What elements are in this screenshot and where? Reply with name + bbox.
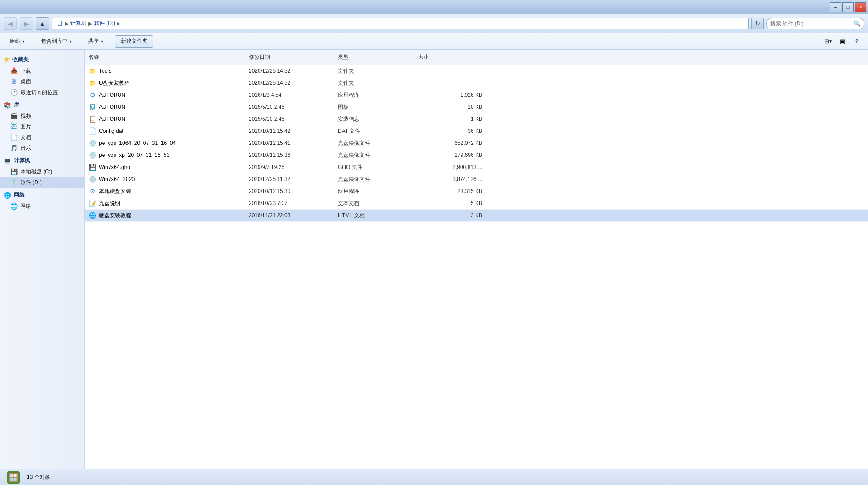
file-size: 36 KB xyxy=(415,127,486,135)
organize-arrow: ▾ xyxy=(22,39,25,44)
file-name: AUTORUN xyxy=(99,104,125,110)
organize-button[interactable]: 组织 ▾ xyxy=(5,35,29,48)
network-section: 🌐 网络 🌐 网络 xyxy=(0,189,84,211)
address-bar: ◀ ▶ ▲ 🖥 ▶ 计算机 ▶ 软件 (D:) ▶ ↻ 🔍 xyxy=(0,14,868,33)
file-date: 2016/1/8 4:54 xyxy=(245,91,334,99)
desktop-icon: 🖥 xyxy=(10,78,18,86)
table-row[interactable]: 📝 光盘说明 2016/10/23 7:07 文本文档 5 KB xyxy=(85,197,868,210)
window-controls: ─ □ ✕ xyxy=(830,2,866,12)
file-icon: 💾 xyxy=(88,163,96,171)
video-icon: 🎬 xyxy=(10,112,18,120)
drive-d-icon: 💿 xyxy=(10,178,18,186)
sidebar-item-recent[interactable]: 🕐 最近访问的位置 xyxy=(0,87,84,98)
file-type: HTML 文档 xyxy=(334,211,415,220)
table-row[interactable]: 📁 U盘安装教程 2020/12/25 14:52 文件夹 xyxy=(85,77,868,89)
refresh-button[interactable]: ↻ xyxy=(751,18,764,29)
sidebar-item-desktop[interactable]: 🖥 桌面 xyxy=(0,76,84,87)
file-size xyxy=(415,70,486,72)
table-row[interactable]: ⚙ AUTORUN 2016/1/8 4:54 应用程序 1,926 KB xyxy=(85,89,868,101)
sidebar-item-download[interactable]: 📥 下载 xyxy=(0,66,84,76)
library-header[interactable]: 📚 库 xyxy=(0,99,84,111)
file-name-cell: 📝 光盘说明 xyxy=(85,198,245,208)
share-label: 共享 xyxy=(88,37,99,45)
network-label: 网络 xyxy=(14,191,25,199)
file-date: 2016/11/21 22:03 xyxy=(245,211,334,219)
preview-button[interactable]: ▣ xyxy=(837,36,848,47)
close-button[interactable]: ✕ xyxy=(855,2,866,12)
col-type[interactable]: 类型 xyxy=(334,52,415,63)
table-row[interactable]: 🖼 AUTORUN 2015/5/10 2:45 图标 10 KB xyxy=(85,101,868,113)
computer-header[interactable]: 💻 计算机 xyxy=(0,155,84,166)
forward-button[interactable]: ▶ xyxy=(20,17,33,30)
sidebar-item-drive-c-label: 本地磁盘 (C:) xyxy=(21,168,52,176)
network-header[interactable]: 🌐 网络 xyxy=(0,189,84,201)
file-type: 光盘映像文件 xyxy=(334,151,415,160)
file-type: 安装信息 xyxy=(334,115,415,124)
file-name: Config.dat xyxy=(99,128,123,134)
breadcrumb-drive[interactable]: 软件 (D:) xyxy=(94,20,115,27)
table-row[interactable]: 💾 Win7x64.gho 2019/9/7 19:25 GHO 文件 2,90… xyxy=(85,161,868,173)
table-row[interactable]: 📋 AUTORUN 2015/5/10 2:45 安装信息 1 KB xyxy=(85,113,868,125)
minimize-button[interactable]: ─ xyxy=(830,2,841,12)
sidebar-item-image[interactable]: 🖼 图片 xyxy=(0,121,84,132)
file-size xyxy=(415,82,486,84)
status-count: 13 个对象 xyxy=(27,473,50,481)
search-icon[interactable]: 🔍 xyxy=(853,20,860,27)
back-button[interactable]: ◀ xyxy=(4,17,17,30)
file-type: 文件夹 xyxy=(334,66,415,76)
table-row[interactable]: 💿 pe_yqs_1064_20_07_31_16_04 2020/10/12 … xyxy=(85,137,868,149)
computer-section: 💻 计算机 💾 本地磁盘 (C:) 💿 软件 (D:) xyxy=(0,155,84,188)
share-arrow: ▾ xyxy=(101,39,103,44)
breadcrumb-dropdown-arrow[interactable]: ▶ xyxy=(117,21,120,26)
include-label: 包含到库中 xyxy=(41,37,68,45)
maximize-button[interactable]: □ xyxy=(842,2,854,12)
col-size[interactable]: 大小 xyxy=(415,52,486,63)
view-options-button[interactable]: ⊞▾ xyxy=(823,36,834,47)
file-name: 硬盘安装教程 xyxy=(99,212,131,219)
sidebar-item-image-label: 图片 xyxy=(21,123,31,131)
favorites-header[interactable]: ★ 收藏夹 xyxy=(0,53,84,66)
file-size: 1 KB xyxy=(415,115,486,123)
sidebar-item-network[interactable]: 🌐 网络 xyxy=(0,201,84,211)
file-name: Win7x64.gho xyxy=(99,164,130,170)
file-type: 文本文档 xyxy=(334,199,415,208)
col-name[interactable]: 名称 xyxy=(85,52,245,63)
file-name-cell: 💿 pe_yqs_1064_20_07_31_16_04 xyxy=(85,138,245,148)
share-button[interactable]: 共享 ▾ xyxy=(84,35,107,48)
file-size: 3,874,126 ... xyxy=(415,175,486,183)
sidebar-item-doc[interactable]: 📄 文档 xyxy=(0,132,84,143)
table-row[interactable]: ⚙ 本地硬盘安装 2020/10/12 15:30 应用程序 28,315 KB xyxy=(85,185,868,197)
table-row[interactable]: 📁 Tools 2020/12/25 14:52 文件夹 xyxy=(85,65,868,77)
table-row[interactable]: 💿 Win7x64_2020 2020/12/25 11:32 光盘映像文件 3… xyxy=(85,173,868,185)
status-icon: 🪟 xyxy=(5,470,21,485)
sidebar-item-music[interactable]: 🎵 音乐 xyxy=(0,143,84,153)
table-row[interactable]: 🌐 硬盘安装教程 2016/11/21 22:03 HTML 文档 3 KB xyxy=(85,210,868,222)
search-input[interactable] xyxy=(770,21,852,27)
sidebar-item-drive-c[interactable]: 💾 本地磁盘 (C:) xyxy=(0,166,84,177)
breadcrumb-computer[interactable]: 计算机 xyxy=(70,20,86,27)
up-button[interactable]: ▲ xyxy=(36,17,49,30)
help-button[interactable]: ? xyxy=(851,36,863,47)
toolbar-separator-3 xyxy=(111,36,111,47)
table-row[interactable]: 📄 Config.dat 2020/10/12 15:42 DAT 文件 36 … xyxy=(85,125,868,137)
file-name-cell: 📋 AUTORUN xyxy=(85,114,245,124)
file-name: pe_yqs_xp_20_07_31_15_53 xyxy=(99,152,169,158)
file-date: 2020/12/25 14:52 xyxy=(245,67,334,75)
col-date[interactable]: 修改日期 xyxy=(245,52,334,63)
sidebar-item-video-label: 视频 xyxy=(21,112,31,120)
network-icon: 🌐 xyxy=(10,202,18,210)
table-row[interactable]: 💿 pe_yqs_xp_20_07_31_15_53 2020/10/12 15… xyxy=(85,149,868,161)
file-name: 光盘说明 xyxy=(99,200,120,207)
file-name-cell: ⚙ 本地硬盘安装 xyxy=(85,186,245,196)
new-folder-button[interactable]: 新建文件夹 xyxy=(115,35,153,48)
sidebar-item-drive-d[interactable]: 💿 软件 (D:) xyxy=(0,177,84,188)
file-size: 10 KB xyxy=(415,103,486,111)
include-button[interactable]: 包含到库中 ▾ xyxy=(37,35,76,48)
file-icon: 💿 xyxy=(88,151,96,159)
file-icon: 📋 xyxy=(88,115,96,123)
image-icon: 🖼 xyxy=(10,123,18,131)
file-type: 光盘映像文件 xyxy=(334,139,415,148)
file-date: 2020/10/12 15:36 xyxy=(245,151,334,159)
sidebar-item-video[interactable]: 🎬 视频 xyxy=(0,111,84,121)
file-name-cell: 📄 Config.dat xyxy=(85,126,245,136)
